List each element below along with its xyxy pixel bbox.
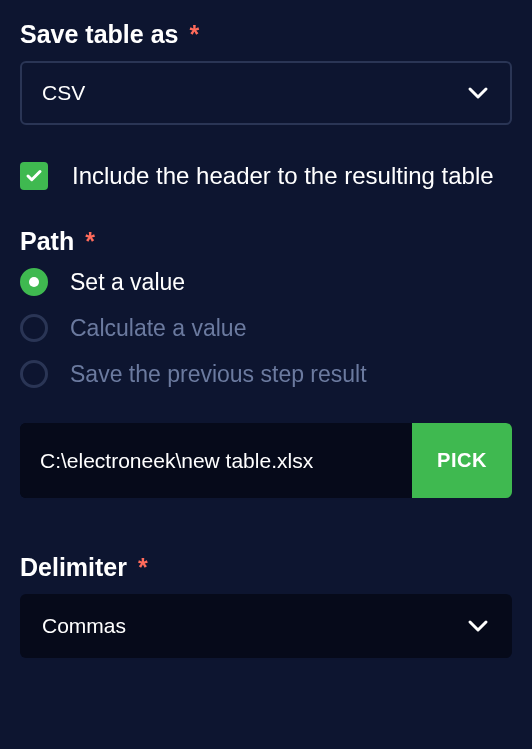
- save-table-as-value: CSV: [42, 81, 85, 105]
- radio-circle-icon: [20, 268, 48, 296]
- save-table-as-label: Save table as *: [20, 20, 512, 49]
- radio-calculate-value[interactable]: Calculate a value: [20, 314, 512, 342]
- path-input-row: C:\electroneek\new table.xlsx PICK: [20, 423, 512, 498]
- radio-circle-icon: [20, 314, 48, 342]
- label-text: Path: [20, 227, 74, 255]
- delimiter-value: Commas: [42, 614, 126, 638]
- radio-label: Calculate a value: [70, 315, 246, 342]
- include-header-checkbox[interactable]: [20, 162, 48, 190]
- include-header-label: Include the header to the resulting tabl…: [72, 160, 494, 192]
- save-table-as-select[interactable]: CSV: [20, 61, 512, 125]
- label-text: Delimiter: [20, 553, 127, 581]
- radio-save-previous[interactable]: Save the previous step result: [20, 360, 512, 388]
- path-input[interactable]: C:\electroneek\new table.xlsx: [20, 423, 412, 498]
- required-asterisk: *: [138, 553, 148, 581]
- delimiter-label: Delimiter *: [20, 553, 512, 582]
- required-asterisk: *: [85, 227, 95, 255]
- label-text: Save table as: [20, 20, 178, 48]
- path-group: Path * Set a value Calculate a value Sav…: [20, 227, 512, 498]
- radio-circle-icon: [20, 360, 48, 388]
- delimiter-select[interactable]: Commas: [20, 594, 512, 658]
- chevron-down-icon: [466, 81, 490, 105]
- delimiter-group: Delimiter * Commas: [20, 553, 512, 658]
- path-label: Path *: [20, 227, 512, 256]
- include-header-row[interactable]: Include the header to the resulting tabl…: [20, 160, 512, 192]
- save-table-as-group: Save table as * CSV Include the header t…: [20, 20, 512, 192]
- path-value: C:\electroneek\new table.xlsx: [40, 449, 313, 473]
- required-asterisk: *: [189, 20, 199, 48]
- radio-label: Set a value: [70, 269, 185, 296]
- radio-label: Save the previous step result: [70, 361, 367, 388]
- chevron-down-icon: [466, 614, 490, 638]
- path-radio-group: Set a value Calculate a value Save the p…: [20, 268, 512, 388]
- radio-set-value[interactable]: Set a value: [20, 268, 512, 296]
- pick-button[interactable]: PICK: [412, 423, 512, 498]
